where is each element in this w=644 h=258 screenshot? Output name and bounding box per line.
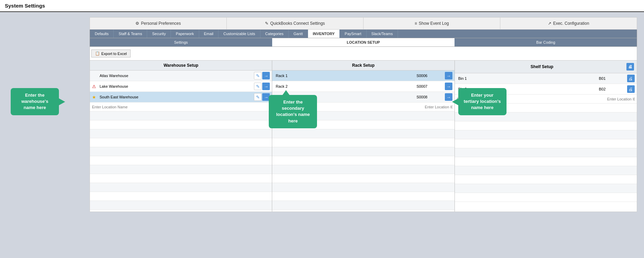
subnav-slack-teams[interactable]: Slack/Teams <box>367 30 398 38</box>
shelf-empty-11 <box>455 193 637 202</box>
rack-header: Rack Setup <box>272 61 454 71</box>
list-icon: ≡ <box>415 21 417 26</box>
rack-id-input[interactable] <box>425 105 452 109</box>
lake-warehouse-name: Lake Warehouse <box>98 84 253 88</box>
southeast-edit-button[interactable]: ✎ <box>254 93 262 101</box>
subnav-inventory[interactable]: INVENTORY <box>308 30 340 38</box>
rack-1-arrow-button[interactable]: → <box>445 72 452 79</box>
southeast-star-icon: ★ <box>92 95 98 100</box>
warehouse-name-input[interactable] <box>92 105 270 109</box>
rack-2-code: S0007 <box>417 84 444 88</box>
shelf-empty-6 <box>455 148 637 157</box>
subnav-defaults[interactable]: Defaults <box>90 30 114 38</box>
warehouse-empty-4 <box>90 138 272 147</box>
shelf-empty-10 <box>455 184 637 193</box>
warehouse-empty-8 <box>90 174 272 183</box>
gear-icon: ⚙ <box>135 21 139 26</box>
shelf-id-input[interactable] <box>607 97 635 101</box>
rack-empty-4 <box>272 138 454 147</box>
subnav-categories[interactable]: Categories <box>260 30 289 38</box>
bin-1-name: Bin 1 <box>457 76 599 80</box>
rack-empty-5 <box>272 147 454 156</box>
atlas-edit-button[interactable]: ✎ <box>254 72 262 79</box>
section-tabs: Settings LOCATION SETUP Bar Coding <box>90 38 637 47</box>
subnav-customizable-lists[interactable]: Customizable Lists <box>218 30 260 38</box>
warehouse-title: Warehouse Setup <box>93 63 269 68</box>
subnav-staff-teams[interactable]: Staff & Teams <box>114 30 147 38</box>
warehouse-row-atlas: Atlas Warehouse ✎ → <box>90 71 272 81</box>
sub-nav: Defaults Staff & Teams Security Paperwor… <box>90 30 637 38</box>
bin-1-print-button[interactable]: 🖨 <box>627 75 635 82</box>
shelf-empty-3 <box>455 121 637 130</box>
atlas-arrow-button[interactable]: → <box>262 72 270 79</box>
rack-tooltip: Enter the secondary location's name here <box>269 95 317 128</box>
main-content: ⚙ Personal Preferences ✎ QuickBooks Conn… <box>0 12 644 217</box>
warehouse-row-lake: ⚠ Lake Warehouse ✎ → <box>90 81 272 92</box>
shelf-row-bin1: Bin 1 B01 🖨 <box>455 73 637 84</box>
rack-2-name: Rack 2 <box>274 84 416 88</box>
columns-wrapper: Warehouse Setup Atlas Warehouse ✎ → ⚠ La… <box>90 61 637 212</box>
shelf-tooltip: Enter your tertiary location's name here <box>458 88 507 115</box>
rack-1-code: S0006 <box>417 74 444 78</box>
subnav-email[interactable]: Email <box>199 30 219 38</box>
warehouse-empty-6 <box>90 156 272 165</box>
shelf-print-icon[interactable]: 🖨 <box>626 63 634 71</box>
page-title: System Settings <box>5 3 45 9</box>
tab-personal-prefs[interactable]: ⚙ Personal Preferences <box>90 18 227 29</box>
tab-quickbooks[interactable]: ✎ QuickBooks Connect Settings <box>227 18 364 29</box>
warehouse-empty-7 <box>90 165 272 174</box>
southeast-warehouse-name: South East Warehouse <box>98 95 253 99</box>
tab-event-log[interactable]: ≡ Show Event Log <box>364 18 500 29</box>
section-tab-location-setup[interactable]: LOCATION SETUP <box>272 38 454 46</box>
lake-arrow-button[interactable]: → <box>262 83 270 90</box>
rack-empty-10 <box>272 192 454 201</box>
bin-2-print-button[interactable]: 🖨 <box>627 85 635 93</box>
rack-empty-9 <box>272 183 454 192</box>
external-icon: ↗ <box>548 21 551 26</box>
bin-2-code: B02 <box>599 87 626 91</box>
shelf-section: Shelf Setup 🖨 Bin 1 B01 🖨 Bin 2 B02 🖨 <box>455 61 637 212</box>
shelf-empty-5 <box>455 139 637 148</box>
page-title-bar: System Settings <box>0 0 644 12</box>
toolbar: 📋 Export to Excel <box>90 47 637 61</box>
export-excel-button[interactable]: 📋 Export to Excel <box>91 50 131 57</box>
warehouse-empty-3 <box>90 129 272 138</box>
warehouse-empty-1 <box>90 111 272 120</box>
warehouse-empty-9 <box>90 183 272 192</box>
lake-edit-button[interactable]: ✎ <box>254 83 262 90</box>
rack-title: Rack Setup <box>275 63 451 68</box>
subnav-paperwork[interactable]: Paperwork <box>171 30 199 38</box>
warehouse-section: Warehouse Setup Atlas Warehouse ✎ → ⚠ La… <box>90 61 272 212</box>
rack-empty-3 <box>272 129 454 138</box>
warehouse-empty-2 <box>90 120 272 129</box>
rack-row-2: Rack 2 S0007 → <box>272 81 454 92</box>
warehouse-entry-row[interactable] <box>90 103 272 111</box>
subnav-security[interactable]: Security <box>147 30 171 38</box>
rack-empty-11 <box>272 201 454 210</box>
section-tab-bar-coding[interactable]: Bar Coding <box>455 38 637 46</box>
rack-2-arrow-button[interactable]: → <box>445 83 452 90</box>
warehouse-tooltip: Enter the warehouse's name here <box>11 88 59 115</box>
subnav-gantt[interactable]: Gantt <box>289 30 308 38</box>
warehouse-empty-5 <box>90 147 272 156</box>
atlas-warehouse-name: Atlas Warehouse <box>98 74 253 78</box>
rack-3-arrow-button[interactable]: → <box>445 93 452 101</box>
warehouse-header: Warehouse Setup <box>90 61 272 71</box>
rack-row-1: Rack 1 S0006 → <box>272 71 454 81</box>
shelf-empty-8 <box>455 166 637 175</box>
top-tabs: ⚙ Personal Preferences ✎ QuickBooks Conn… <box>90 17 637 30</box>
lake-warning-icon: ⚠ <box>92 84 98 89</box>
shelf-title: Shelf Setup <box>458 64 626 69</box>
section-tab-settings[interactable]: Settings <box>90 38 272 46</box>
tab-exec-config[interactable]: ↗ Exec. Configuration <box>500 18 637 29</box>
rack-section: Rack Setup Rack 1 S0006 → Rack 2 S0007 →… <box>272 61 454 212</box>
shelf-empty-7 <box>455 157 637 166</box>
warehouse-row-southeast: ★ South East Warehouse ✎ → <box>90 92 272 103</box>
link-icon: ✎ <box>265 21 268 26</box>
subnav-paysmart[interactable]: PaySmart <box>340 30 366 38</box>
warehouse-empty-10 <box>90 192 272 201</box>
rack-3-code: S0008 <box>417 95 444 99</box>
rack-1-name: Rack 1 <box>274 74 416 78</box>
excel-icon: 📋 <box>95 51 100 56</box>
bin-1-code: B01 <box>599 76 626 80</box>
